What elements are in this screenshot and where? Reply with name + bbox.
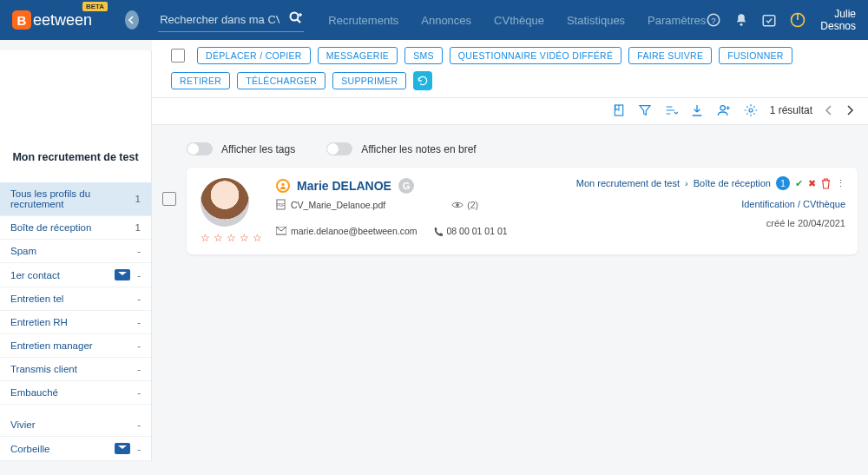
toggle-notes-label: Afficher les notes en bref — [361, 143, 477, 155]
identification-link[interactable]: Identification / CVthèque — [576, 199, 845, 209]
sidebar-item-vivier[interactable]: Vivier - — [0, 413, 151, 437]
arrow-left-icon — [128, 16, 136, 24]
nav-parametres[interactable]: Paramètres — [648, 14, 706, 27]
sidebar-item-count: - — [137, 444, 141, 454]
sidebar-item-label: Entretien manager — [10, 340, 93, 351]
logo-text: eetween — [33, 11, 92, 30]
app-logo: B eetween BETA — [12, 10, 92, 30]
logo-badge: B — [12, 10, 31, 30]
phone-icon — [433, 227, 443, 236]
person-icon — [276, 179, 290, 193]
sidebar-item-label: Entretien tel — [10, 294, 63, 304]
nav-recrutements[interactable]: Recrutements — [328, 14, 398, 27]
candidate-card[interactable]: ☆ ☆ ☆ ☆ ☆ Marie DELANOE G — [187, 168, 858, 254]
view-count: (2) — [467, 200, 478, 210]
svg-text:?: ? — [712, 16, 717, 25]
svg-point-6 — [740, 23, 743, 26]
candidate-name[interactable]: Marie DELANOE — [297, 179, 391, 193]
cv-filename[interactable]: CV_Marie_Delanoe.pdf — [291, 200, 385, 210]
top-icon-bar: ? — [706, 11, 806, 29]
back-button[interactable] — [125, 10, 139, 30]
sidebar-item-inbox[interactable]: Boîte de réception 1 — [0, 216, 151, 240]
help-icon[interactable]: ? — [706, 12, 721, 28]
eye-icon — [451, 201, 464, 209]
toggle-tags-label: Afficher les tags — [221, 143, 295, 155]
sidebar-item-label: Tous les profils du recrutement — [10, 188, 135, 209]
email-icon — [276, 227, 286, 235]
bell-icon[interactable] — [733, 12, 749, 28]
accept-icon[interactable]: ✔ — [795, 178, 803, 189]
sidebar-item-count: - — [137, 419, 141, 430]
created-date: créé le 20/04/2021 — [576, 218, 845, 228]
sidebar-item-entretien-rh[interactable]: Entretien RH - — [0, 311, 151, 334]
power-icon[interactable] — [789, 11, 806, 29]
user-first: Julie — [820, 8, 856, 20]
sidebar-item-1er-contact[interactable]: 1er contact - — [0, 263, 151, 287]
reject-icon[interactable]: ✖ — [808, 178, 816, 189]
sidebar-item-count: - — [137, 340, 141, 351]
pdf-icon: PDF — [276, 199, 286, 210]
sidebar-item-all-profiles[interactable]: Tous les profils du recrutement 1 — [0, 182, 151, 216]
candidate-phone[interactable]: 08 00 01 01 01 — [447, 226, 508, 236]
svg-text:PDF: PDF — [277, 203, 285, 208]
sidebar-item-label: Embauché — [10, 387, 58, 398]
beta-badge: BETA — [82, 2, 108, 11]
sidebar-item-count: 1 — [135, 194, 141, 204]
candidate-email[interactable]: marie.delanoe@beetween.com — [291, 226, 418, 236]
source-g-badge: G — [398, 178, 414, 194]
bc-stage[interactable]: Boîte de réception — [694, 178, 771, 188]
search-input[interactable] — [158, 8, 304, 31]
candidate-row: ☆ ☆ ☆ ☆ ☆ Marie DELANOE G — [162, 168, 858, 254]
nav-statistiques[interactable]: Statistiques — [567, 14, 625, 27]
more-icon[interactable]: ⋮ — [836, 178, 845, 189]
mail-icon — [115, 269, 130, 280]
nav-annonces[interactable]: Annonces — [421, 14, 471, 27]
main-nav: Recrutements Annonces CVthèque Statistiq… — [328, 14, 706, 27]
sidebar-item-count: - — [137, 317, 141, 327]
sidebar-item-count: 1 — [135, 222, 141, 233]
sidebar-item-label: Spam — [10, 246, 36, 256]
sidebar-item-label: Entretien RH — [10, 317, 68, 327]
calendar-check-icon[interactable] — [761, 12, 777, 28]
row-checkbox[interactable] — [162, 192, 176, 206]
nav-cvtheque[interactable]: CVthèque — [494, 14, 544, 27]
trash-icon[interactable] — [821, 178, 831, 189]
user-last: Desnos — [820, 20, 856, 32]
sidebar-item-label: Vivier — [10, 419, 36, 430]
sidebar-item-label: Corbeille — [10, 444, 49, 454]
avatar — [201, 178, 249, 227]
search-field[interactable] — [158, 8, 304, 32]
user-name[interactable]: Julie Desnos — [820, 8, 856, 33]
sidebar-item-label: Boîte de réception — [10, 222, 91, 233]
toggle-notes[interactable] — [326, 142, 352, 155]
star-icon: ☆ — [214, 232, 223, 244]
svg-line-1 — [298, 20, 301, 23]
toggle-row: Afficher les tags Afficher les notes en … — [187, 142, 858, 155]
sidebar-item-entretien-tel[interactable]: Entretien tel - — [0, 287, 151, 311]
sidebar-title: Mon recrutement de test — [0, 151, 151, 182]
star-icon: ☆ — [240, 232, 249, 244]
sidebar-item-entretien-manager[interactable]: Entretien manager - — [0, 334, 151, 358]
sidebar-item-embauche[interactable]: Embauché - — [0, 381, 151, 405]
svg-rect-7 — [764, 16, 776, 26]
sidebar-item-count: - — [137, 246, 141, 256]
star-rating[interactable]: ☆ ☆ ☆ ☆ ☆ — [201, 232, 262, 244]
star-icon: ☆ — [201, 232, 210, 244]
search-icon[interactable] — [288, 10, 302, 24]
svg-point-0 — [291, 13, 299, 21]
content-area: Afficher les tags Afficher les notes en … — [152, 50, 868, 461]
toggle-tags[interactable] — [187, 142, 213, 155]
sidebar-item-corbeille[interactable]: Corbeille - — [0, 437, 151, 461]
sidebar-item-count: - — [137, 270, 141, 280]
svg-point-16 — [456, 203, 459, 207]
chevron-right-icon: › — [685, 178, 688, 188]
bc-recruitment[interactable]: Mon recrutement de test — [576, 178, 680, 188]
top-bar: B eetween BETA Recrutements Annonces CVt… — [0, 0, 868, 40]
card-right: Mon recrutement de test › Boîte de récep… — [576, 176, 845, 228]
sidebar-item-count: - — [137, 364, 141, 374]
sidebar-item-transmis-client[interactable]: Transmis client - — [0, 358, 151, 381]
sidebar-item-label: 1er contact — [10, 270, 60, 280]
sidebar-item-spam[interactable]: Spam - — [0, 240, 151, 263]
sidebar-item-label: Transmis client — [10, 364, 77, 374]
sidebar-item-count: - — [137, 387, 141, 398]
